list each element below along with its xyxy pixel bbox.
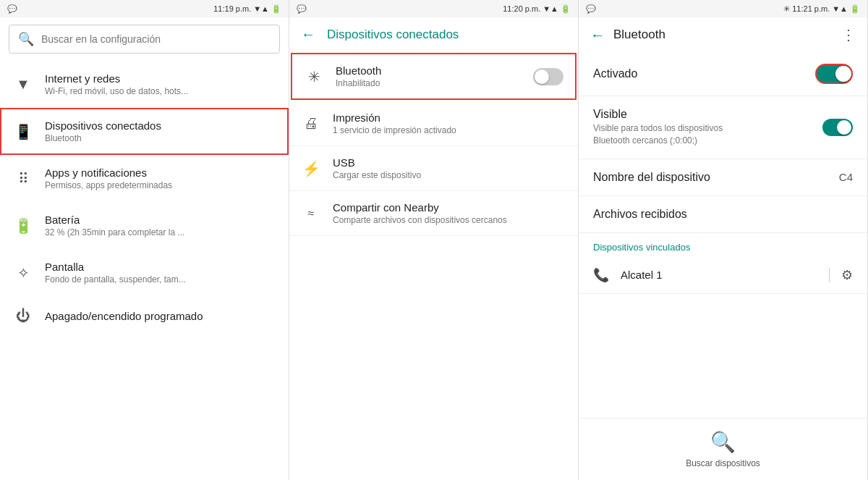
- visible-row[interactable]: Visible Visible para todos los dispositi…: [579, 96, 867, 159]
- alcatel-name: Alcatel 1: [621, 269, 817, 281]
- status-bar-2: 💬 11:20 p.m. ▼▲ 🔋: [289, 0, 578, 17]
- bluetooth-sub: Inhabilitado: [336, 78, 522, 88]
- settings-item-internet[interactable]: ▼ Internet y redes Wi-Fi, red móvil, uso…: [0, 61, 289, 108]
- dispositivos-sub: Bluetooth: [45, 133, 161, 143]
- back-button-2[interactable]: ←: [301, 26, 315, 43]
- settings-item-pantalla[interactable]: ✧ Pantalla Fondo de pantalla, suspender,…: [0, 249, 289, 296]
- bt-footer[interactable]: 🔍 Buscar dispositivos: [579, 418, 867, 480]
- panel-bluetooth: 💬 ✳ 11:21 p.m. ▼▲ 🔋 ← Bluetooth ⋮ Activa…: [579, 0, 868, 480]
- nearby-title: Compartir con Nearby: [333, 201, 566, 214]
- settings-item-dispositivos[interactable]: 📱 Dispositivos conectados Bluetooth: [0, 108, 289, 155]
- wifi-icon: ▼: [13, 76, 33, 93]
- device-item-print[interactable]: 🖨 Impresión 1 servicio de impresión acti…: [289, 101, 578, 146]
- battery-icon: 🔋: [271, 4, 281, 14]
- device-name-value: C4: [839, 171, 853, 183]
- settings-item-apagado[interactable]: ⏻ Apagado/encendido programado: [0, 296, 289, 336]
- internet-title: Internet y redes: [45, 72, 188, 85]
- section-vinculados: Dispositivos vinculados: [579, 233, 867, 257]
- device-name-row[interactable]: Nombre del dispositivo C4: [579, 159, 867, 196]
- activated-label: Activado: [593, 67, 637, 80]
- pantalla-title: Pantalla: [45, 261, 186, 273]
- whatsapp-icon-3: 💬: [586, 4, 596, 14]
- time-3: 11:21 p.m.: [792, 4, 830, 13]
- device-item-nearby[interactable]: ≈ Compartir con Nearby Comparte archivos…: [289, 191, 578, 236]
- nearby-sub: Comparte archivos con dispositivos cerca…: [333, 215, 566, 225]
- archivos-label: Archivos recibidos: [593, 208, 687, 221]
- devices-icon: 📱: [13, 123, 33, 140]
- search-icon: 🔍: [18, 31, 34, 47]
- panel2-title: Dispositivos conectados: [327, 28, 459, 42]
- nearby-icon: ≈: [301, 207, 321, 220]
- whatsapp-icon-2: 💬: [297, 4, 307, 14]
- status-bar-1: 💬 11:19 p.m. ▼▲ 🔋: [0, 0, 289, 17]
- pantalla-sub: Fondo de pantalla, suspender, tam...: [45, 274, 186, 285]
- time-1: 11:19 p.m.: [213, 4, 251, 13]
- visible-sub: Visible para todos los dispositivos Blue…: [593, 122, 738, 147]
- usb-icon: ⚡: [301, 160, 321, 177]
- activated-toggle[interactable]: [815, 64, 853, 84]
- apps-icon: ⠿: [13, 170, 33, 188]
- settings-list: ▼ Internet y redes Wi-Fi, red móvil, uso…: [0, 61, 289, 480]
- apps-sub: Permisos, apps predeterminadas: [45, 180, 172, 190]
- battery-icon-3: 🔋: [850, 4, 860, 14]
- bt-header: ← Bluetooth ⋮: [579, 17, 867, 52]
- signal-icon: ▼▲: [253, 4, 269, 13]
- panel2-header: ← Dispositivos conectados: [289, 17, 578, 51]
- device-list: ✳ Bluetooth Inhabilitado 🖨 Impresión 1 s…: [289, 51, 578, 480]
- back-button-3[interactable]: ←: [590, 27, 605, 43]
- signal-icon-3: ▼▲: [832, 4, 848, 13]
- visible-toggle[interactable]: [822, 119, 853, 136]
- bluetooth-title: Bluetooth: [336, 64, 522, 77]
- brightness-icon: ✧: [13, 264, 33, 282]
- internet-sub: Wi-Fi, red móvil, uso de datos, hots...: [45, 86, 188, 96]
- battery-icon-2: 🔋: [561, 4, 571, 14]
- device-name-label: Nombre del dispositivo: [593, 171, 710, 184]
- power-icon: ⏻: [13, 308, 33, 324]
- apps-title: Apps y notificaciones: [45, 167, 172, 179]
- dispositivos-title: Dispositivos conectados: [45, 119, 161, 132]
- search-input[interactable]: [41, 33, 271, 45]
- device-item-usb[interactable]: ⚡ USB Cargar este dispositivo: [289, 146, 578, 191]
- bt-content: Activado Visible Visible para todos los …: [579, 52, 867, 418]
- usb-title: USB: [333, 156, 566, 169]
- gear-icon[interactable]: ⚙: [841, 267, 853, 283]
- device-alcatel[interactable]: 📞 Alcatel 1 ⚙: [579, 257, 867, 294]
- device-item-bluetooth[interactable]: ✳ Bluetooth Inhabilitado: [291, 53, 576, 100]
- search-devices-icon: 🔍: [710, 430, 736, 454]
- phone-icon: 📞: [593, 267, 609, 283]
- bt-status-icon: ✳: [783, 4, 790, 14]
- panel-settings: 💬 11:19 p.m. ▼▲ 🔋 🔍 ▼ Internet y redes W…: [0, 0, 289, 480]
- search-devices-label: Buscar dispositivos: [686, 458, 760, 468]
- apagado-title: Apagado/encendido programado: [45, 310, 203, 322]
- print-title: Impresión: [333, 111, 566, 124]
- time-2: 11:20 p.m.: [503, 4, 540, 13]
- settings-item-bateria[interactable]: 🔋 Batería 32 % (2h 35min para completar …: [0, 202, 289, 249]
- bluetooth-toggle[interactable]: [533, 68, 563, 85]
- settings-item-apps[interactable]: ⠿ Apps y notificaciones Permisos, apps p…: [0, 155, 289, 202]
- print-icon: 🖨: [301, 115, 321, 132]
- print-sub: 1 servicio de impresión activado: [333, 125, 566, 135]
- signal-icon-2: ▼▲: [542, 4, 558, 13]
- archivos-row[interactable]: Archivos recibidos: [579, 196, 867, 233]
- panel-connected: 💬 11:20 p.m. ▼▲ 🔋 ← Dispositivos conecta…: [289, 0, 579, 480]
- bt-title: Bluetooth: [613, 28, 833, 42]
- search-bar[interactable]: 🔍: [9, 25, 280, 54]
- battery-icon-menu: 🔋: [13, 217, 33, 235]
- status-bar-3: 💬 ✳ 11:21 p.m. ▼▲ 🔋: [579, 0, 867, 17]
- whatsapp-icon: 💬: [7, 4, 17, 14]
- bateria-sub: 32 % (2h 35min para completar la ...: [45, 227, 184, 237]
- activated-row[interactable]: Activado: [579, 52, 867, 96]
- more-options-icon[interactable]: ⋮: [841, 26, 856, 43]
- visible-label: Visible: [593, 108, 738, 121]
- usb-sub: Cargar este dispositivo: [333, 170, 566, 180]
- bluetooth-icon: ✳: [304, 68, 324, 85]
- bateria-title: Batería: [45, 214, 184, 226]
